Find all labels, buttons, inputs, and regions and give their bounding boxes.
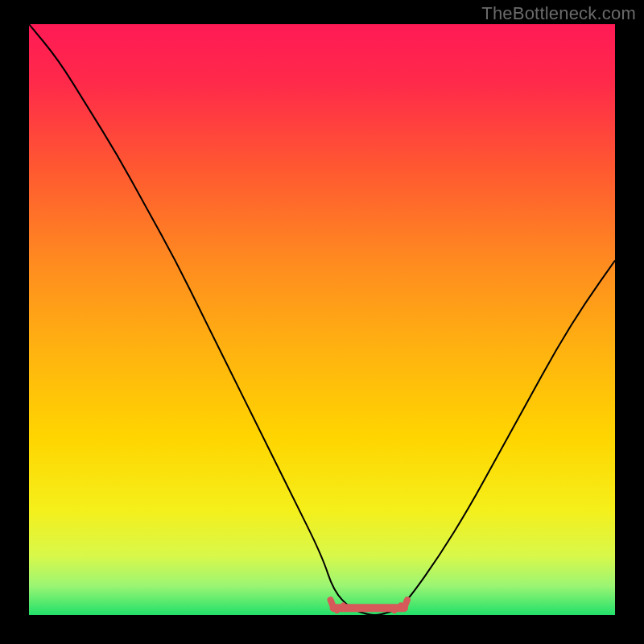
chart-svg	[29, 24, 615, 615]
svg-line-5	[331, 600, 334, 608]
svg-point-2	[341, 602, 346, 607]
watermark-text: TheBottleneck.com	[481, 3, 636, 24]
chart-frame: TheBottleneck.com	[0, 0, 644, 644]
gradient-background	[29, 24, 615, 615]
svg-point-3	[392, 609, 397, 613]
bottleneck-chart	[29, 24, 615, 615]
svg-line-6	[404, 600, 407, 608]
